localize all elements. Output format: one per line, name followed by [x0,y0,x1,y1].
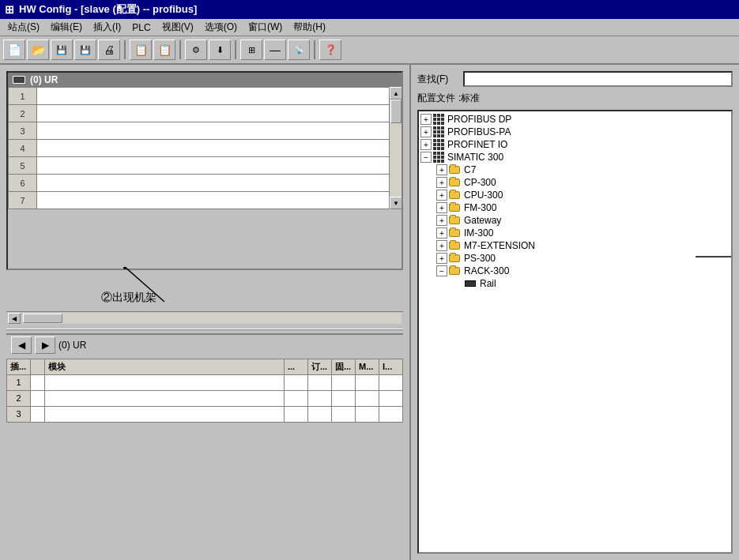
tree-item-profibus-dp[interactable]: + PROFIBUS DP [420,113,730,126]
search-input[interactable] [463,71,733,87]
table-row[interactable]: 1 [9,88,402,105]
tree-container[interactable]: + PROFIBUS DP + PROFIBUS-PA [417,110,733,554]
module-row[interactable]: 2 [7,390,403,406]
rack-grid: 1 2 3 4 5 6 7 ▲ ▼ [8,87,402,209]
tree-item-cpu-300[interactable]: + CPU-300 [420,189,730,201]
expand-profibus-pa[interactable]: + [420,126,432,137]
h-scrollbar[interactable]: ◀ [6,311,403,325]
rack-scrollbar[interactable]: ▲ ▼ [389,87,402,209]
table-row[interactable]: 5 [9,157,402,175]
tree-item-gateway[interactable]: + Gateway [420,214,730,227]
menu-item-edit[interactable]: 编辑(E) [46,19,87,36]
grid-icon-simatic-300 [433,152,446,163]
tree-label-gateway: Gateway [464,215,501,226]
menu-item-options[interactable]: 选项(O) [200,19,242,36]
expand-cp-300[interactable]: + [436,177,447,188]
rack-title-bar: (0) UR [8,73,402,87]
folder-icon-rack-300 [449,267,460,275]
col-header-module: 模块 [45,359,285,374]
compile-button[interactable]: ⚙ [185,39,207,60]
tree-item-profibus-pa[interactable]: + PROFIBUS-PA [420,126,730,138]
tree-item-simatic-300[interactable]: − SIMATIC 300 [420,151,730,163]
nav-back-btn[interactable]: ◀ [11,336,32,354]
tree-item-im-300[interactable]: + IM-300 [420,227,730,239]
grid-button[interactable]: ⊞ [240,39,262,60]
folder-icon-m7 [449,242,460,250]
print-button[interactable]: 🖨 [98,39,120,60]
expand-simatic-300[interactable]: − [420,152,432,163]
folder-icon-c7 [449,166,460,174]
menu-item-view[interactable]: 视图(V) [157,19,198,36]
menu-item-window[interactable]: 窗口(W) [243,19,287,36]
station-button[interactable]: 📡 [288,39,310,60]
table-row[interactable]: 7 [9,192,402,209]
menu-item-plc[interactable]: PLC [127,21,155,35]
help-button[interactable]: ❓ [319,39,341,60]
config-row: 配置文件 :标准 [417,92,733,105]
expand-profibus-dp[interactable]: + [420,114,432,125]
table-row[interactable]: 3 [9,122,402,140]
sep2 [179,40,181,59]
menu-item-help[interactable]: 帮助(H) [288,19,330,36]
tree-item-profinet-io[interactable]: + PROFINET IO [420,138,730,151]
folder-icon-im-300 [449,229,460,237]
tree-label-profibus-dp: PROFIBUS DP [447,114,511,125]
tree-item-fm-300[interactable]: + FM-300 [420,201,730,214]
expand-ps-300[interactable]: + [436,253,447,264]
grid-icon-profibus-dp [433,114,446,125]
menu-item-station[interactable]: 站点(S) [3,19,44,36]
tree-label-rail: Rail [480,278,496,289]
save-button[interactable]: 💾 [51,39,73,60]
table-row[interactable]: 2 [9,105,402,122]
tree-item-c7[interactable]: + C7 [420,163,730,176]
table-row[interactable]: 6 [9,175,402,192]
minus-button[interactable]: — [264,39,286,60]
tree-item-rack-300[interactable]: − RACK-300 [420,265,730,277]
table-row[interactable]: 4 [9,140,402,157]
expand-im-300[interactable]: + [436,227,447,239]
window-title: HW Config - [slave (配置) -- profibus] [19,2,197,17]
copy-button[interactable]: 📋 [130,39,152,60]
expand-rack-300[interactable]: − [436,265,447,276]
folder-icon-cpu-300 [449,191,460,199]
tree-item-m7-extension[interactable]: + M7-EXTENSION [420,239,730,252]
bottom-table: 插... 模块 ... 订... 固... M... I... 1 [6,359,403,554]
menu-item-insert[interactable]: 插入(I) [89,19,126,36]
expand-cpu-300[interactable]: + [436,190,447,201]
sep3 [235,40,236,59]
grid-icon-profibus-pa [433,126,446,137]
expand-c7[interactable]: + [436,164,447,175]
h-scroll-track [22,313,402,324]
rack-title-label: (0) UR [30,74,58,85]
expand-profinet-io[interactable]: + [420,139,432,150]
h-scroll-thumb[interactable] [23,314,62,323]
nav-label: (0) UR [58,340,86,351]
scroll-down-btn[interactable]: ▼ [390,197,402,209]
scroll-thumb[interactable] [390,100,402,123]
paste-button[interactable]: 📋 [153,39,175,60]
annotation-area: ②出现机架 [6,273,403,308]
expand-m7[interactable]: + [436,240,447,251]
scroll-up-btn[interactable]: ▲ [390,87,402,100]
save-all-button[interactable]: 💾 [74,39,96,60]
nav-forward-btn[interactable]: ▶ [35,336,55,354]
tree-label-rack-300: RACK-300 [464,265,509,276]
scroll-track [390,100,402,197]
tree-label-ps-300: PS-300 [464,253,496,264]
ps-300-row-container: + PS-300 ①双击 [420,252,730,265]
search-row: 查找(F) [417,71,733,87]
tree-item-rail[interactable]: Rail [420,277,730,290]
h-scroll-left-btn[interactable]: ◀ [8,313,21,324]
tree-item-cp-300[interactable]: + CP-300 [420,176,730,189]
tree-item-ps-300[interactable]: + PS-300 [420,252,730,265]
new-button[interactable]: 📄 [3,39,25,60]
expand-gateway[interactable]: + [436,215,447,226]
nav-bar: ◀ ▶ (0) UR [6,333,403,355]
rack-table: 1 2 3 4 5 6 7 [8,87,402,209]
panel-divider [6,329,403,330]
expand-fm-300[interactable]: + [436,202,447,213]
open-button[interactable]: 📂 [27,39,49,60]
module-row[interactable]: 3 [7,406,403,422]
module-row[interactable]: 1 [7,374,403,390]
download-button[interactable]: ⬇ [209,39,231,60]
